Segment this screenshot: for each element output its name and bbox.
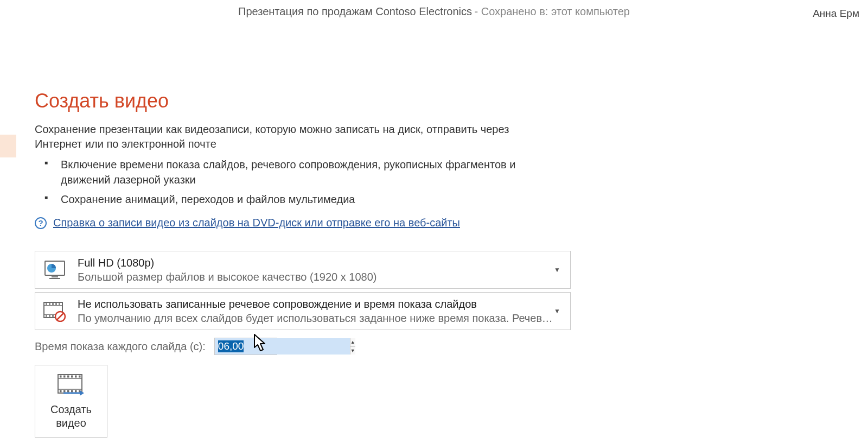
seconds-label: Время показа каждого слайда (с): [35,340,206,353]
presentation-title: Презентация по продажам Contoso Electron… [238,5,472,17]
backstage-nav-highlight [0,135,16,157]
timings-title: Не использовать записанные речевое сопро… [78,297,554,311]
svg-rect-30 [67,390,69,393]
seconds-input[interactable] [215,338,350,355]
svg-rect-22 [60,376,62,378]
svg-rect-7 [46,303,47,305]
svg-rect-19 [58,375,82,393]
saved-location: - Сохранено в: этот компьютер [475,5,630,17]
svg-rect-8 [49,303,50,305]
svg-rect-1 [52,276,58,277]
svg-rect-26 [75,376,77,378]
svg-rect-12 [46,315,47,317]
help-link[interactable]: Справка о записи видео из слайдов на DVD… [53,217,460,229]
page-title: Создать видео [35,90,838,112]
svg-rect-28 [60,390,62,393]
title-bar: Презентация по продажам Contoso Electron… [0,0,868,27]
svg-rect-32 [75,390,77,393]
bullet-item: Включение времени показа слайдов, речево… [44,157,565,187]
chevron-down-icon: ▼ [554,307,563,315]
spinner-up-button[interactable]: ▲ [350,338,355,347]
svg-rect-23 [63,376,66,378]
user-name[interactable]: Анна Ерм [813,8,859,20]
export-create-video-panel: Создать видео Сохранение презентации как… [35,90,838,438]
create-video-label: Создать видео [35,403,107,430]
help-icon: ? [35,217,47,229]
timings-narration-dropdown[interactable]: Не использовать записанные речевое сопро… [35,292,571,330]
svg-rect-31 [71,390,73,393]
feature-bullets: Включение времени показа слайдов, речево… [44,157,838,207]
quality-desc: Большой размер файлов и высокое качество… [78,270,554,284]
svg-rect-2 [49,278,60,279]
svg-rect-14 [52,315,54,317]
svg-rect-13 [49,315,50,317]
page-subtitle: Сохранение презентации как видеозаписи, … [35,122,556,151]
video-quality-dropdown[interactable]: Full HD (1080p) Большой размер файлов и … [35,251,571,289]
svg-rect-25 [71,376,73,378]
spinner-down-button[interactable]: ▼ [350,347,355,355]
bullet-item: Сохранение анимаций, переходов и файлов … [44,192,565,207]
create-video-button[interactable]: Создать видео [35,365,107,438]
svg-rect-24 [67,376,69,378]
svg-rect-11 [59,303,60,305]
quality-title: Full HD (1080p) [78,256,554,270]
film-no-icon [43,300,67,322]
svg-rect-10 [55,303,57,305]
film-export-icon [56,372,86,397]
chevron-down-icon: ▼ [554,266,563,274]
svg-rect-29 [63,390,66,393]
svg-rect-27 [79,376,81,378]
svg-rect-9 [52,303,54,305]
seconds-spinner[interactable]: ▲ ▼ [214,338,277,355]
timings-desc: По умолчанию для всех слайдов будет испо… [78,311,554,325]
monitor-icon [43,259,67,281]
